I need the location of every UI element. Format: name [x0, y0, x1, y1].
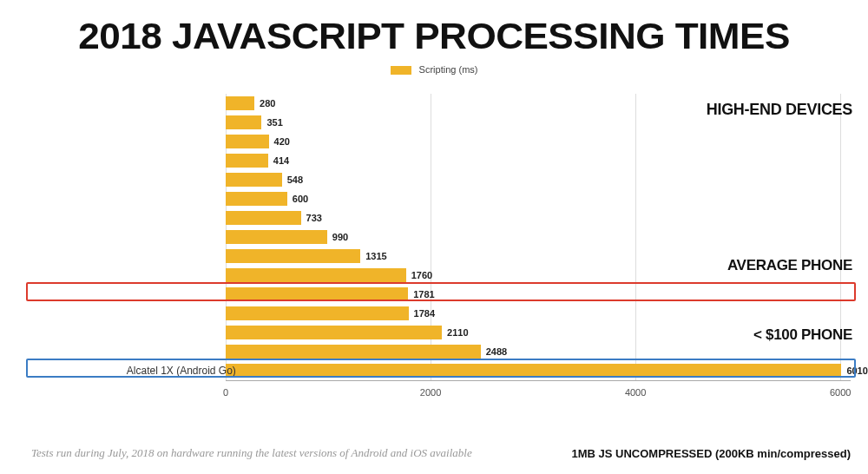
bar-row: Google Pixel 2 (Snapdragon 835)548: [226, 170, 303, 189]
bar-value-label: 2488: [486, 346, 507, 357]
bar-row: Galaxy S7 (Snapdragon 820)990: [226, 227, 348, 247]
footnote-left: Tests run during July, 2018 on hardware …: [31, 446, 472, 460]
section-label-high-end: HIGH-END DEVICES: [707, 101, 852, 119]
bar: [226, 135, 269, 148]
bar-value-label: 351: [266, 117, 282, 128]
axis-tick: 0: [223, 387, 228, 398]
bar-row: Goole Pixel 1 (Snapdragon 821)1315: [226, 247, 387, 266]
bar: [226, 268, 406, 282]
bar: [226, 154, 268, 168]
bar: [226, 364, 841, 378]
bar-row: iPad Mini 3 (A7)2110: [226, 323, 469, 342]
bar-value-label: 2110: [447, 327, 468, 338]
bar-value-label: 420: [274, 136, 290, 147]
bar-value-label: 280: [260, 98, 275, 109]
bar: [226, 306, 409, 320]
bar: [226, 173, 282, 187]
bar: [226, 326, 442, 339]
bar-row: Google Pixelbook (i7)414: [226, 151, 289, 170]
bar-value-label: 414: [273, 155, 289, 166]
bar: [226, 287, 408, 301]
bar-row: iPhone 6s, SE (A9)600: [226, 189, 308, 208]
bar: [226, 192, 287, 206]
bar: [226, 96, 254, 110]
chart-title: 2018 JAVASCRIPT PROCESSING TIMES: [0, 0, 868, 57]
legend-label: Scripting (ms): [419, 64, 478, 75]
bar: [226, 230, 327, 244]
bar-value-label: 1760: [411, 270, 432, 280]
footnote-right: 1MB JS UNCOMPRESSED (200KB min/compresse…: [572, 447, 851, 460]
bar-row: iPhone 5c (A6)2488: [226, 342, 507, 361]
bar-row: iPhone 7 (A10)351: [226, 113, 283, 132]
footer: Tests run during July, 2018 on hardware …: [31, 446, 851, 460]
legend-swatch: [391, 66, 411, 75]
bar-category-label: Alcatel 1X (Android Go): [19, 365, 236, 377]
bar: [226, 115, 261, 129]
bar-value-label: 1315: [365, 251, 386, 261]
bar-value-label: 1784: [414, 308, 435, 319]
x-axis: 0200040006000: [226, 380, 851, 405]
bar-row: Macbook Pro (2016) i7420: [226, 132, 290, 151]
axis-line: [226, 380, 851, 381]
bar-value-label: 733: [306, 213, 322, 223]
bar-row: Alcatel 1X (Android Go)6010: [226, 361, 868, 380]
bar: [226, 249, 360, 263]
bar-row: Nexus 5 (Snapdragon 800)1784: [226, 304, 435, 323]
section-label-low: < $100 PHONE: [753, 326, 852, 344]
bar-row: iPhone 8 (A11)280: [226, 94, 275, 113]
bar-value-label: 6010: [846, 365, 867, 376]
bar-value-label: 1781: [413, 289, 434, 300]
gridline: [635, 94, 636, 380]
bar: [226, 211, 301, 225]
axis-tick: 4000: [625, 387, 646, 398]
bar-row: HTC One M8 (Snapdragon 801)1760: [226, 266, 432, 285]
axis-tick: 2000: [420, 387, 441, 398]
bar: [226, 345, 481, 359]
section-label-average: AVERAGE PHONE: [727, 257, 852, 274]
bar-row: iPad 2017 (A9)733: [226, 208, 322, 227]
axis-tick: 6000: [830, 387, 851, 398]
bar-value-label: 990: [332, 232, 348, 242]
legend: Scripting (ms): [0, 64, 868, 75]
bar-row: Moto G4 (Snapdragon 617)1781: [226, 285, 435, 304]
bar-value-label: 548: [287, 174, 303, 185]
bar-value-label: 600: [293, 194, 308, 204]
